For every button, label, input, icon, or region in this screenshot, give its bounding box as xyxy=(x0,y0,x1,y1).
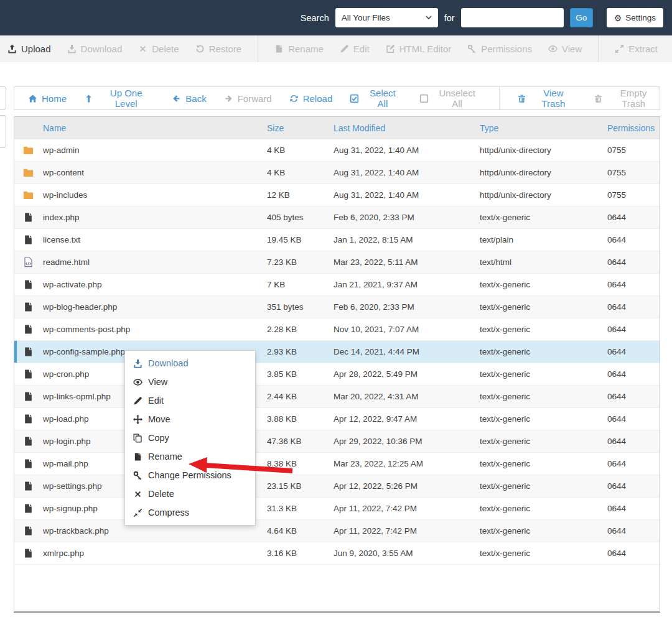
file-type: text/x-generic xyxy=(480,481,607,491)
file-icon xyxy=(274,44,284,53)
table-row[interactable]: wp-settings.php 23.15 KB Apr 12, 2022, 5… xyxy=(14,475,660,498)
table-row[interactable]: wp-activate.php 7 KB Jan 21, 2021, 9:37 … xyxy=(14,274,660,296)
table-row[interactable]: wp-login.php 47.36 KB Apr 29, 2022, 10:3… xyxy=(14,430,660,453)
compress-icon xyxy=(133,508,142,517)
nav-select-all-button[interactable]: Select All xyxy=(350,88,401,109)
table-row[interactable]: wp-links-opml.php 2.44 KB Mar 20, 2022, … xyxy=(14,386,660,408)
table-row[interactable]: xmlrpc.php 3.16 KB Jun 9, 2020, 3:55 AM … xyxy=(14,542,660,565)
nav-empty-trash-button[interactable]: Empty Trash xyxy=(594,88,660,109)
file-permissions: 0644 xyxy=(607,325,660,334)
nav-unselect-all-button[interactable]: Unselect All xyxy=(419,88,482,109)
table-row[interactable]: wp-config-sample.php 2.93 KB Dec 14, 202… xyxy=(14,341,660,363)
column-header-type[interactable]: Type xyxy=(480,123,607,133)
table-row[interactable]: wp-signup.php 31.3 KB Apr 11, 2022, 7:42… xyxy=(14,498,660,520)
file-permissions: 0644 xyxy=(607,213,660,222)
context-menu-change-permissions[interactable]: Change Permissions xyxy=(125,466,255,485)
settings-button[interactable]: ⚙ Settings xyxy=(607,8,663,27)
arrow-left-icon xyxy=(172,94,181,103)
copy-icon xyxy=(133,434,142,443)
download-icon xyxy=(133,359,142,368)
key-icon xyxy=(467,44,477,53)
file-type: text/x-generic xyxy=(480,414,607,424)
table-row[interactable]: wp-comments-post.php 2.28 KB Nov 10, 202… xyxy=(14,318,660,341)
file-permissions: 0644 xyxy=(607,302,660,312)
toolbar-divider xyxy=(499,87,500,109)
table-row[interactable]: wp-trackback.php 4.64 KB Apr 11, 2022, 7… xyxy=(14,520,660,542)
search-input[interactable] xyxy=(461,8,564,27)
toolbar-html-editor-button[interactable]: HTML Editor xyxy=(386,44,452,54)
context-menu: DownloadViewEditMoveCopyRenameChange Per… xyxy=(124,350,256,526)
action-toolbar: UploadDownloadDeleteRestoreRenameEditHTM… xyxy=(0,35,672,62)
context-menu-move[interactable]: Move xyxy=(125,410,255,429)
toolbar-rename-button[interactable]: Rename xyxy=(274,44,324,54)
nav-up-one-level-button[interactable]: Up One Level xyxy=(84,88,154,109)
upload-icon xyxy=(7,44,17,53)
file-icon xyxy=(23,503,34,514)
context-menu-edit[interactable]: Edit xyxy=(125,391,255,410)
file-size: 19.45 KB xyxy=(267,235,334,244)
toolbar-delete-button[interactable]: Delete xyxy=(138,44,179,54)
file-name: wp-content xyxy=(43,168,267,177)
toolbar-view-button[interactable]: View xyxy=(548,44,582,54)
table-row[interactable]: wp-content 4 KB Aug 31, 2022, 1:40 AM ht… xyxy=(14,162,660,184)
table-row[interactable]: index.php 405 bytes Feb 6, 2020, 2:33 PM… xyxy=(14,206,660,229)
checkbox-checked-icon xyxy=(350,94,359,103)
nav-reload-button[interactable]: Reload xyxy=(289,93,333,104)
eye-icon xyxy=(548,44,558,53)
context-menu-download[interactable]: Download xyxy=(125,354,255,373)
file-modified: Aug 31, 2022, 1:40 AM xyxy=(334,190,480,200)
file-icon xyxy=(23,324,34,335)
toolbar-divider xyxy=(598,35,599,62)
file-size: 31.3 KB xyxy=(267,504,334,513)
context-menu-compress[interactable]: Compress xyxy=(125,503,255,522)
table-row[interactable]: wp-cron.php 3.85 KB Apr 28, 2022, 5:49 P… xyxy=(14,363,660,386)
table-row[interactable]: wp-admin 4 KB Aug 31, 2022, 1:40 AM http… xyxy=(14,139,660,162)
column-header-name[interactable]: Name xyxy=(43,123,267,133)
column-header-last-modified[interactable]: Last Modified xyxy=(334,123,480,133)
nav-forward-button[interactable]: Forward xyxy=(224,93,272,104)
edit-square-icon xyxy=(386,44,395,53)
toolbar-download-button[interactable]: Download xyxy=(67,44,123,54)
nav-home-button[interactable]: Home xyxy=(28,93,67,104)
file-name: wp-blog-header.php xyxy=(43,302,267,312)
toolbar-permissions-button[interactable]: Permissions xyxy=(467,44,532,54)
context-menu-rename[interactable]: Rename xyxy=(125,447,255,466)
table-row[interactable]: wp-blog-header.php 351 bytes Feb 6, 2020… xyxy=(14,296,660,318)
table-row[interactable]: wp-mail.php 8.38 KB Mar 23, 2022, 12:25 … xyxy=(14,453,660,475)
table-row[interactable]: license.txt 19.45 KB Jan 1, 2022, 8:15 A… xyxy=(14,229,660,251)
file-permissions: 0755 xyxy=(607,168,660,177)
file-size: 23.15 KB xyxy=(267,481,334,491)
file-size: 47.36 KB xyxy=(267,437,334,446)
file-permissions: 0644 xyxy=(607,347,660,356)
toolbar-restore-button[interactable]: Restore xyxy=(195,44,242,54)
toolbar-edit-button[interactable]: Edit xyxy=(340,44,370,54)
file-type: text/x-generic xyxy=(480,369,607,379)
file-size: 405 bytes xyxy=(267,213,334,222)
file-name: wp-admin xyxy=(43,146,267,155)
table-row[interactable]: wp-load.php 3.88 KB Apr 12, 2022, 9:47 A… xyxy=(14,408,660,430)
file-type: text/x-generic xyxy=(480,302,607,312)
context-menu-view[interactable]: View xyxy=(125,373,255,391)
context-menu-delete[interactable]: Delete xyxy=(125,485,255,503)
column-header-permissions[interactable]: Permissions xyxy=(607,123,660,133)
nav-back-button[interactable]: Back xyxy=(172,93,206,104)
nav-view-trash-button[interactable]: View Trash xyxy=(517,88,577,109)
table-row[interactable]: wp-includes 12 KB Aug 31, 2022, 1:40 AM … xyxy=(14,184,660,206)
column-header-size[interactable]: Size xyxy=(267,123,334,133)
go-button[interactable]: Go xyxy=(570,8,593,27)
file-modified: Jan 21, 2021, 9:37 AM xyxy=(334,280,480,289)
toolbar-upload-button[interactable]: Upload xyxy=(7,44,51,54)
context-menu-copy[interactable]: Copy xyxy=(125,429,255,447)
search-scope-select[interactable]: All Your Files xyxy=(335,8,438,27)
move-icon xyxy=(133,415,142,424)
file-permissions: 0644 xyxy=(607,481,660,491)
toolbar-extract-button[interactable]: Extract xyxy=(615,44,658,54)
file-type: text/x-generic xyxy=(480,459,607,468)
table-row[interactable]: readme.html 7.23 KB Mar 23, 2022, 5:11 A… xyxy=(14,251,660,274)
file-type: text/x-generic xyxy=(480,347,607,356)
x-icon xyxy=(133,489,142,499)
file-size: 351 bytes xyxy=(267,302,334,312)
file-modified: Aug 31, 2022, 1:40 AM xyxy=(334,168,480,177)
file-type: httpd/unix-directory xyxy=(480,168,607,177)
file-permissions: 0644 xyxy=(607,280,660,289)
